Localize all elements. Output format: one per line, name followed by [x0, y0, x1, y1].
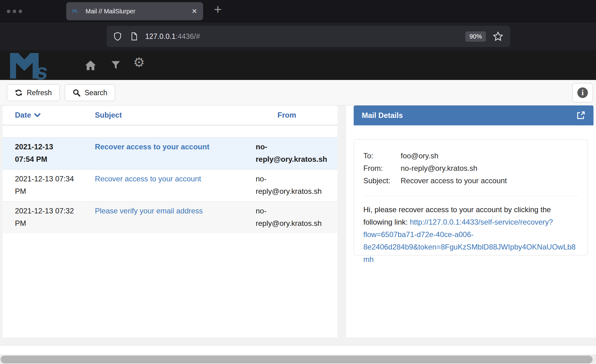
mail-list-panel: Date Subject From 2021-12-13 07:54 PM Re… — [2, 105, 338, 338]
mail-details-panel: Mail Details To: foo@ory.sh From: no-rep… — [346, 105, 596, 338]
bookmark-star-icon[interactable] — [493, 31, 503, 42]
mailslurper-page: { "browser": { "tab": { "title": "Mail /… — [0, 0, 596, 364]
mail-date: 2021-12-13 07:34 PM — [2, 173, 83, 198]
mail-row[interactable]: 2021-12-13 07:34 PM Recover access to yo… — [2, 169, 338, 201]
mail-from: no-reply@ory.kratos.sh — [244, 173, 338, 198]
to-label: To: — [363, 150, 401, 162]
column-header-from[interactable]: From — [244, 111, 338, 119]
mail-subject-link[interactable]: Please verify your email address — [83, 205, 244, 230]
mail-body: Hi, please recover access to your accoun… — [363, 203, 578, 266]
horizontal-scrollbar-thumb[interactable] — [1, 356, 593, 363]
open-external-icon[interactable] — [576, 111, 585, 120]
search-icon — [72, 89, 81, 97]
mail-from: no-reply@ory.kratos.sh — [244, 141, 338, 166]
card-divider — [363, 196, 578, 196]
url-bar[interactable]: 127.0.0.1:4436/# 90% — [107, 26, 510, 47]
mail-list-header: Date Subject From — [2, 105, 338, 125]
mail-subject-link[interactable]: Recover access to your account — [83, 141, 244, 166]
browser-navbar: 127.0.0.1:4436/# 90% — [0, 22, 596, 50]
page-info-icon[interactable] — [130, 31, 138, 41]
search-button[interactable]: Search — [65, 84, 115, 101]
new-tab-button[interactable]: + — [214, 3, 222, 16]
home-icon[interactable] — [85, 60, 96, 71]
settings-gear-icon[interactable]: ⚙ — [133, 56, 145, 69]
column-header-date[interactable]: Date — [2, 111, 83, 119]
url-host: 127.0.0.1 — [145, 32, 176, 40]
refresh-button[interactable]: Refresh — [7, 84, 60, 101]
browser-tab-bar: s Mail // MailSlurper × + — [0, 0, 596, 22]
tab-close-icon[interactable]: × — [192, 7, 197, 16]
mail-details-card: To: foo@ory.sh From: no-reply@ory.kratos… — [354, 139, 588, 255]
mail-row[interactable]: 2021-12-13 07:54 PM Recover access to yo… — [2, 137, 338, 169]
from-label: From: — [363, 162, 401, 175]
window-controls — [7, 10, 22, 13]
mail-date: 2021-12-13 07:54 PM — [2, 141, 83, 166]
shield-permissions-icon[interactable] — [113, 31, 122, 41]
mail-rows: 2021-12-13 07:54 PM Recover access to yo… — [2, 137, 338, 233]
mail-details-heading: Mail Details — [354, 105, 594, 125]
from-value: no-reply@ory.kratos.sh — [401, 162, 578, 175]
horizontal-scrollbar[interactable] — [0, 355, 596, 364]
action-toolbar: Refresh Search i — [0, 80, 596, 105]
refresh-icon — [15, 89, 23, 97]
main-content: Date Subject From 2021-12-13 07:54 PM Re… — [0, 105, 596, 345]
filter-icon[interactable] — [111, 60, 120, 71]
window-dot[interactable] — [19, 10, 22, 13]
mail-from: no-reply@ory.kratos.sh — [244, 205, 338, 230]
mail-subject-link[interactable]: Recover access to your account — [83, 173, 244, 198]
to-value: foo@ory.sh — [401, 150, 578, 162]
zoom-level-badge[interactable]: 90% — [465, 31, 486, 42]
mailslurper-logo: s — [8, 51, 75, 80]
tab-title: Mail // MailSlurper — [86, 8, 135, 15]
window-dot[interactable] — [13, 10, 16, 13]
search-label: Search — [85, 89, 107, 97]
page-bottom-strip — [0, 345, 596, 355]
info-button[interactable]: i — [572, 83, 593, 102]
sort-desc-icon — [34, 113, 40, 117]
subject-label: Subject: — [363, 175, 401, 187]
info-icon: i — [577, 87, 588, 98]
mailslurper-header: s ⚙ — [0, 50, 596, 80]
url-text: 127.0.0.1:4436/# — [145, 32, 200, 41]
mail-date: 2021-12-13 07:32 PM — [2, 205, 83, 230]
browser-tab[interactable]: s Mail // MailSlurper × — [66, 2, 203, 20]
window-dot[interactable] — [7, 10, 10, 13]
mail-details-title: Mail Details — [362, 111, 403, 120]
refresh-label: Refresh — [27, 89, 52, 97]
mail-row[interactable]: 2021-12-13 07:32 PM Please verify your e… — [2, 201, 338, 233]
mailslurper-favicon-icon: s — [72, 7, 81, 15]
column-header-subject[interactable]: Subject — [83, 111, 244, 119]
url-path: :4436/# — [176, 32, 200, 40]
subject-value: Recover access to your account — [401, 175, 578, 187]
